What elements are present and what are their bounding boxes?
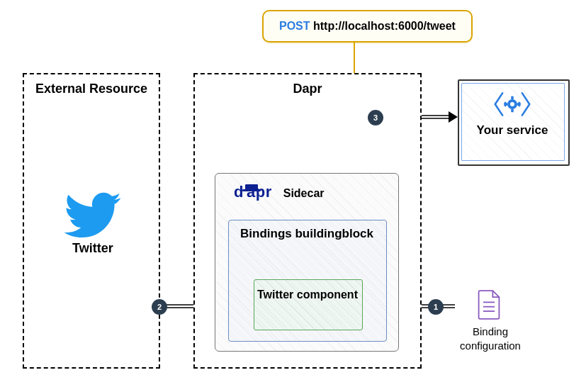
twitter-label: Twitter xyxy=(72,241,113,256)
dapr-logo: dapr xyxy=(234,183,272,201)
svg-rect-7 xyxy=(511,109,513,112)
svg-rect-6 xyxy=(511,96,513,99)
binding-config-label: Binding configuration xyxy=(448,325,533,352)
badge-1: 1 xyxy=(428,299,444,315)
post-callout: POST http://localhost:6000/tweet xyxy=(262,10,473,43)
http-method: POST xyxy=(279,20,310,32)
sidecar-label: Sidecar xyxy=(283,187,325,200)
sidecar-header: dapr Sidecar xyxy=(234,183,325,201)
your-service-title: Your service xyxy=(458,123,567,138)
badge-3: 3 xyxy=(368,110,383,125)
twitter-component-box xyxy=(254,279,363,330)
twitter-component-label: Twitter component xyxy=(254,288,361,302)
svg-point-14 xyxy=(510,102,514,106)
bindings-label: Bindings buildingblock xyxy=(228,227,385,241)
twitter-icon xyxy=(64,191,120,238)
external-resource-title: External Resource xyxy=(24,82,159,96)
document-icon xyxy=(476,289,502,320)
http-url: http://localhost:6000/tweet xyxy=(313,20,456,32)
dapr-title: Dapr xyxy=(195,82,420,96)
badge-2: 2 xyxy=(152,299,167,315)
service-icon xyxy=(494,89,531,119)
